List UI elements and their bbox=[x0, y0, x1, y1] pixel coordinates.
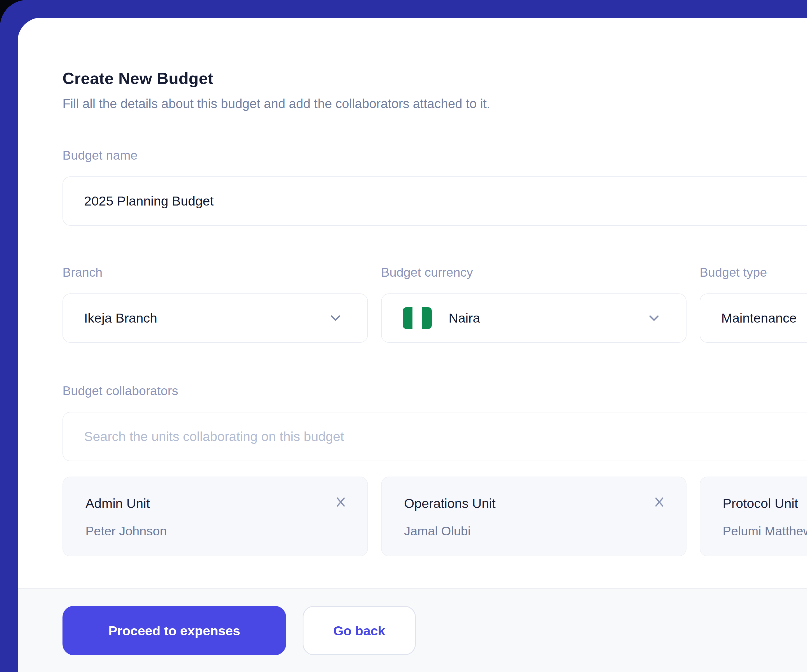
budget-currency-value: Naira bbox=[448, 310, 480, 326]
proceed-to-expenses-button[interactable]: Proceed to expenses bbox=[63, 606, 286, 655]
budget-type-label: Budget type bbox=[700, 265, 807, 280]
collaborator-person-name: Jamal Olubi bbox=[404, 524, 665, 539]
app-window-background: Create New Budget Fill all the details a… bbox=[0, 0, 807, 672]
budget-currency-select[interactable]: Naira bbox=[381, 293, 686, 343]
modal-footer: Proceed to expenses Go back bbox=[18, 588, 807, 672]
collaborator-cards: Admin Unit Peter Johnson Operations Unit… bbox=[63, 477, 807, 556]
budget-currency-label: Budget currency bbox=[381, 265, 686, 280]
branch-select-value: Ikeja Branch bbox=[84, 310, 157, 326]
budget-type-value: Maintenance bbox=[721, 310, 797, 326]
page-subtitle: Fill all the details about this budget a… bbox=[63, 96, 807, 111]
budget-type-select[interactable]: Maintenance bbox=[700, 293, 807, 343]
branch-select[interactable]: Ikeja Branch bbox=[63, 293, 368, 343]
collaborator-card: Protocol Unit Pelumi Matthew bbox=[700, 477, 807, 556]
chevron-down-icon bbox=[648, 312, 660, 324]
budget-name-input[interactable] bbox=[63, 176, 807, 226]
x-close-icon[interactable] bbox=[653, 496, 666, 508]
chevron-down-icon bbox=[329, 312, 342, 324]
go-back-button[interactable]: Go back bbox=[303, 606, 416, 655]
nigeria-flag-icon bbox=[403, 307, 432, 329]
create-budget-modal: Create New Budget Fill all the details a… bbox=[18, 18, 807, 672]
branch-label: Branch bbox=[63, 265, 368, 280]
x-close-icon[interactable] bbox=[334, 496, 347, 508]
collaborators-search-input[interactable] bbox=[63, 412, 807, 461]
budget-collaborators-label: Budget collaborators bbox=[63, 383, 807, 399]
modal-body: Create New Budget Fill all the details a… bbox=[18, 18, 807, 588]
page-title: Create New Budget bbox=[63, 69, 807, 88]
collaborator-card: Operations Unit Jamal Olubi bbox=[381, 477, 686, 556]
collaborator-unit-name: Admin Unit bbox=[85, 496, 346, 511]
collaborator-unit-name: Protocol Unit bbox=[723, 496, 807, 511]
collaborator-person-name: Pelumi Matthew bbox=[723, 524, 807, 539]
collaborator-unit-name: Operations Unit bbox=[404, 496, 665, 511]
collaborator-card: Admin Unit Peter Johnson bbox=[63, 477, 368, 556]
budget-name-label: Budget name bbox=[63, 148, 807, 163]
collaborator-person-name: Peter Johnson bbox=[85, 524, 346, 539]
